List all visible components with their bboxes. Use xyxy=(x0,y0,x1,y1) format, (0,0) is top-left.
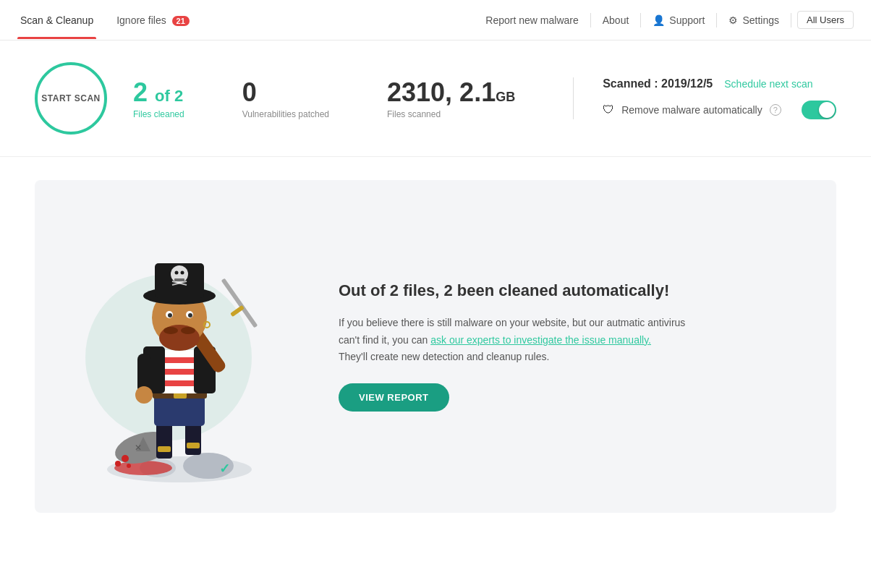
files-cleaned-of: of 2 xyxy=(155,87,183,105)
svg-rect-26 xyxy=(230,305,245,317)
svg-point-43 xyxy=(181,271,184,275)
files-scanned-stat: 2310, 2.1GB Files scanned xyxy=(358,77,544,119)
pirate-illustration-area: ✕ xyxy=(64,209,295,484)
about-link[interactable]: About xyxy=(597,12,635,29)
remove-malware-toggle[interactable] xyxy=(802,101,836,119)
svg-point-36 xyxy=(168,313,172,318)
tab-scan-cleanup[interactable]: Scan & Cleanup xyxy=(17,1,96,39)
view-report-button[interactable]: VIEW REPORT xyxy=(339,383,449,412)
svg-rect-14 xyxy=(187,443,200,448)
svg-text:✓: ✓ xyxy=(219,461,230,476)
files-cleaned-label: Files cleaned xyxy=(133,109,184,119)
expert-link[interactable]: ask our experts to investigate the issue… xyxy=(430,334,651,346)
main-content: ✕ xyxy=(0,157,871,536)
malware-icon: 🛡 xyxy=(603,103,614,116)
all-users-button[interactable]: All Users xyxy=(797,11,854,29)
nav-left: Scan & Cleanup Ignore files 21 xyxy=(17,1,192,39)
svg-point-9 xyxy=(115,461,121,466)
result-headline: Out of 2 files, 2 been cleaned automatic… xyxy=(339,281,807,300)
svg-rect-44 xyxy=(174,278,184,281)
content-card: ✕ xyxy=(35,180,836,513)
svg-point-28 xyxy=(135,386,153,404)
body-text-after-link: They'll create new detection and cleanup… xyxy=(339,351,549,362)
remove-malware-row: 🛡 Remove malware automatically ? xyxy=(603,101,836,119)
stats-area: START SCAN 2 of 2 Files cleaned 0 Vulner… xyxy=(0,41,871,157)
svg-point-3 xyxy=(114,461,172,475)
toggle-knob xyxy=(819,102,835,118)
svg-point-8 xyxy=(122,455,129,462)
text-area: Out of 2 files, 2 been cleaned automatic… xyxy=(295,281,807,412)
ignore-badge: 21 xyxy=(172,16,190,26)
gb-unit: GB xyxy=(496,90,515,104)
files-scanned-label: Files scanned xyxy=(387,109,515,119)
svg-point-42 xyxy=(175,271,179,275)
svg-point-37 xyxy=(188,313,192,318)
navbar: Scan & Cleanup Ignore files 21 Report ne… xyxy=(0,0,871,41)
settings-link[interactable]: ⚙ Settings xyxy=(723,12,785,29)
svg-rect-25 xyxy=(221,278,258,328)
vulnerabilities-value: 0 xyxy=(242,77,329,108)
svg-text:✕: ✕ xyxy=(135,443,142,453)
svg-point-10 xyxy=(127,464,131,468)
svg-point-33 xyxy=(181,327,195,334)
files-cleaned-stat: 2 of 2 Files cleaned xyxy=(107,77,213,119)
tab-ignore-files[interactable]: Ignore files 21 xyxy=(114,1,192,39)
nav-divider-1 xyxy=(590,13,591,27)
scanned-row: Scanned : 2019/12/5 Schedule next scan xyxy=(603,77,836,90)
files-cleaned-value: 2 xyxy=(133,77,148,107)
remove-malware-label: Remove malware automatically xyxy=(621,104,762,116)
files-scanned-value: 2310, 2.1 xyxy=(387,77,496,107)
svg-point-32 xyxy=(163,327,178,334)
scanned-label: Scanned : 2019/12/5 xyxy=(603,77,713,90)
vulnerabilities-stat: 0 Vulnerabilities patched xyxy=(213,77,358,119)
nav-divider-2 xyxy=(640,13,641,27)
vulnerabilities-label: Vulnerabilities patched xyxy=(242,109,329,119)
gear-icon: ⚙ xyxy=(728,14,738,26)
svg-rect-13 xyxy=(158,446,171,452)
right-panel: Scanned : 2019/12/5 Schedule next scan 🛡… xyxy=(573,77,836,119)
support-icon: 👤 xyxy=(653,14,665,26)
nav-divider-3 xyxy=(716,13,717,27)
report-malware-link[interactable]: Report new malware xyxy=(480,12,584,29)
nav-divider-4 xyxy=(791,13,791,27)
support-link[interactable]: 👤 Support xyxy=(647,12,710,29)
body-text: If you believe there is still malware on… xyxy=(339,315,807,366)
nav-right: Report new malware About 👤 Support ⚙ Set… xyxy=(480,11,854,29)
pirate-svg: ✕ xyxy=(78,223,281,484)
help-icon[interactable]: ? xyxy=(770,104,781,116)
schedule-next-scan-link[interactable]: Schedule next scan xyxy=(724,78,812,90)
start-scan-button[interactable]: START SCAN xyxy=(35,62,107,135)
